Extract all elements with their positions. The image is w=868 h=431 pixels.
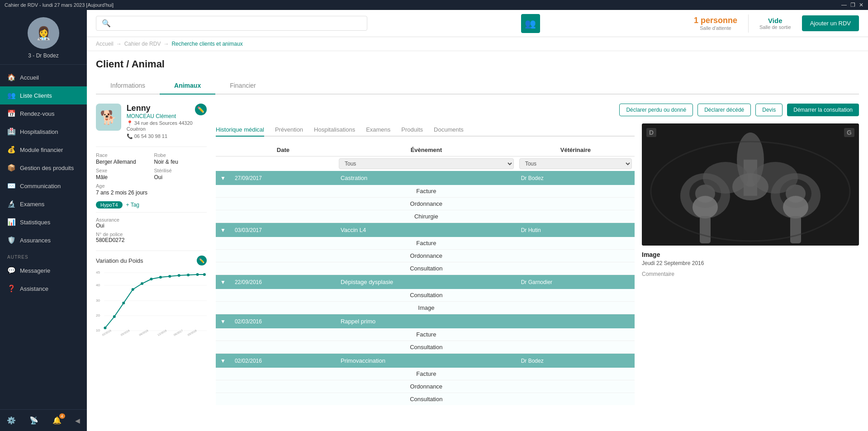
sub-row-type[interactable]: Consultation [336, 341, 517, 354]
search-input[interactable] [114, 20, 361, 27]
sub-row-type[interactable]: Consultation [336, 393, 517, 406]
event-name: Castration [336, 171, 517, 185]
sub-row-empty [230, 380, 336, 393]
tab-informations[interactable]: Informations [96, 77, 160, 95]
event-row[interactable]: ▼ 27/09/2017 Castration Dr Bodez [216, 171, 635, 185]
xray-comment-label: Commentaire [642, 271, 859, 277]
sub-row-type[interactable]: Ordonnance [336, 380, 517, 393]
minimize-button[interactable]: — [841, 2, 847, 8]
age-section: Age 7 ans 2 mois 26 jours [96, 183, 207, 196]
event-sub-row[interactable]: Ordonnance [216, 198, 635, 210]
event-row[interactable]: ▼ 22/09/2016 Dépistage dysplasie Dr Garn… [216, 275, 635, 289]
tag-hypo[interactable]: HypoT4 [96, 201, 123, 208]
event-sub-row[interactable]: Image [216, 302, 635, 314]
vet-filter-select[interactable]: Tous [519, 158, 632, 169]
event-filter-select[interactable]: Tous [339, 158, 514, 169]
event-row[interactable]: ▼ 02/03/2016 Rappel primo [216, 314, 635, 329]
notification-badge: 4 [59, 413, 65, 419]
sidebar-item-liste-clients[interactable]: 👥 Liste Clients [0, 86, 87, 104]
exit-label: Salle de sortie [759, 24, 791, 30]
event-sub-row[interactable]: Chirurgie [216, 210, 635, 223]
event-sub-row[interactable]: Consultation [216, 341, 635, 354]
devis-button[interactable]: Devis [755, 104, 783, 116]
sub-row-type[interactable]: Consultation [336, 289, 517, 302]
sidebar-item-rendez-vous[interactable]: 📅 Rendez-vous [0, 104, 87, 123]
edit-animal-button[interactable]: ✏️ [195, 104, 207, 115]
tab-examens[interactable]: Examens [366, 123, 390, 137]
collapse-icon[interactable]: ▼ [216, 223, 230, 237]
declare-perdu-button[interactable]: Déclarer perdu ou donné [619, 104, 693, 116]
add-tag-button[interactable]: + Tag [126, 202, 139, 208]
sub-row-type[interactable]: Facture [336, 185, 517, 198]
rss-icon[interactable]: 📡 [26, 414, 42, 426]
sidebar-item-assurances[interactable]: 🛡️ Assurances [0, 231, 87, 249]
sub-row-vet-empty [517, 328, 635, 341]
event-sub-row[interactable]: Ordonnance [216, 380, 635, 393]
sub-row-vet-empty [517, 393, 635, 406]
chart-edit-button[interactable]: ✏️ [197, 256, 207, 265]
sidebar-item-accueil[interactable]: 🏠 Accueil [0, 68, 87, 86]
sub-row-type[interactable]: Ordonnance [336, 250, 517, 262]
tab-produits[interactable]: Produits [401, 123, 423, 137]
event-sub-row[interactable]: Facture [216, 237, 635, 250]
tab-animaux[interactable]: Animaux [160, 77, 215, 95]
event-sub-row[interactable]: Facture [216, 368, 635, 380]
sub-row-type[interactable]: Chirurgie [336, 210, 517, 223]
declare-decede-button[interactable]: Déclarer décédé [697, 104, 751, 116]
collapse-icon[interactable]: ▼ [216, 314, 230, 329]
event-row[interactable]: ▼ 02/02/2016 Primovaccination Dr Bodez [216, 354, 635, 368]
sub-row-type[interactable]: Ordonnance [336, 198, 517, 210]
sidebar-item-messagerie[interactable]: 💬 Messagerie [0, 261, 87, 279]
event-sub-row[interactable]: Facture [216, 185, 635, 198]
collapse-icon[interactable]: ▼ [216, 171, 230, 185]
svg-text:03/2018: 03/2018 [187, 329, 198, 336]
patient-card: 🐕 Lenny MONCEAU Clément 📍 34 rue des Sou… [96, 104, 207, 405]
sidebar-item-hospitalisation[interactable]: 🏥 Hospitalisation [0, 123, 87, 141]
collapse-icon[interactable]: ▼ [216, 354, 230, 368]
event-sub-row[interactable]: Consultation [216, 393, 635, 406]
notifications-icon[interactable]: 🔔 4 [49, 414, 65, 426]
sub-row-type[interactable]: Facture [336, 328, 517, 341]
sidebar-item-communication[interactable]: ✉️ Communication [0, 177, 87, 195]
breadcrumb-accueil[interactable]: Accueil [96, 41, 114, 47]
breadcrumb-cahier[interactable]: Cahier de RDV [124, 41, 161, 47]
tab-historique-medical[interactable]: Historique médical [216, 123, 264, 137]
sub-row-type[interactable]: Image [336, 302, 517, 314]
sidebar-item-examens[interactable]: 🔬 Examens [0, 195, 87, 213]
collapse-icon[interactable]: ◀ [71, 415, 84, 426]
sub-row-type[interactable]: Facture [336, 368, 517, 380]
svg-point-15 [150, 278, 152, 280]
add-rdv-button[interactable]: Ajouter un RDV [802, 15, 859, 31]
sub-row-spacer [216, 380, 230, 393]
sidebar-item-assistance[interactable]: ❓ Assistance [0, 279, 87, 298]
tab-financier[interactable]: Financier [215, 77, 270, 95]
event-sub-row[interactable]: Facture [216, 328, 635, 341]
event-sub-row[interactable]: Ordonnance [216, 250, 635, 262]
sidebar-item-module-financier[interactable]: 💰 Module financier [0, 141, 87, 159]
sidebar-item-gestion-produits[interactable]: 📦 Gestion des produits [0, 159, 87, 177]
event-sub-row[interactable]: Consultation [216, 289, 635, 302]
sub-row-vet-empty [517, 368, 635, 380]
tab-prevention[interactable]: Prévention [275, 123, 303, 137]
col-event: Évènement [336, 144, 517, 156]
tab-documents[interactable]: Documents [434, 123, 464, 137]
svg-point-39 [783, 196, 808, 218]
sub-row-type[interactable]: Consultation [336, 262, 517, 275]
chat-icon: 💬 [7, 266, 15, 275]
animal-owner[interactable]: MONCEAU Clément [127, 113, 207, 119]
collapse-icon[interactable]: ▼ [216, 275, 230, 289]
sidebar-username: 3 - Dr Bodez [28, 52, 58, 59]
breadcrumb-current[interactable]: Recherche clients et animaux [171, 41, 242, 47]
medical-area: Déclarer perdu ou donné Déclarer décédé … [216, 104, 859, 405]
sub-row-type[interactable]: Facture [336, 237, 517, 250]
tab-hospitalisations[interactable]: Hospitalisations [314, 123, 355, 137]
event-row[interactable]: ▼ 03/03/2017 Vaccin L4 Dr Hutin [216, 223, 635, 237]
demarrer-consultation-button[interactable]: Démarrer la consultation [787, 104, 859, 116]
maximize-button[interactable]: ❐ [850, 2, 855, 8]
settings-icon[interactable]: ⚙️ [3, 414, 19, 426]
event-sub-row[interactable]: Consultation [216, 262, 635, 275]
sidebar-item-statistiques[interactable]: 📊 Statistiques [0, 213, 87, 231]
search-box[interactable]: 🔍 [96, 16, 367, 31]
close-button[interactable]: ✕ [859, 2, 863, 8]
svg-point-10 [104, 327, 106, 329]
